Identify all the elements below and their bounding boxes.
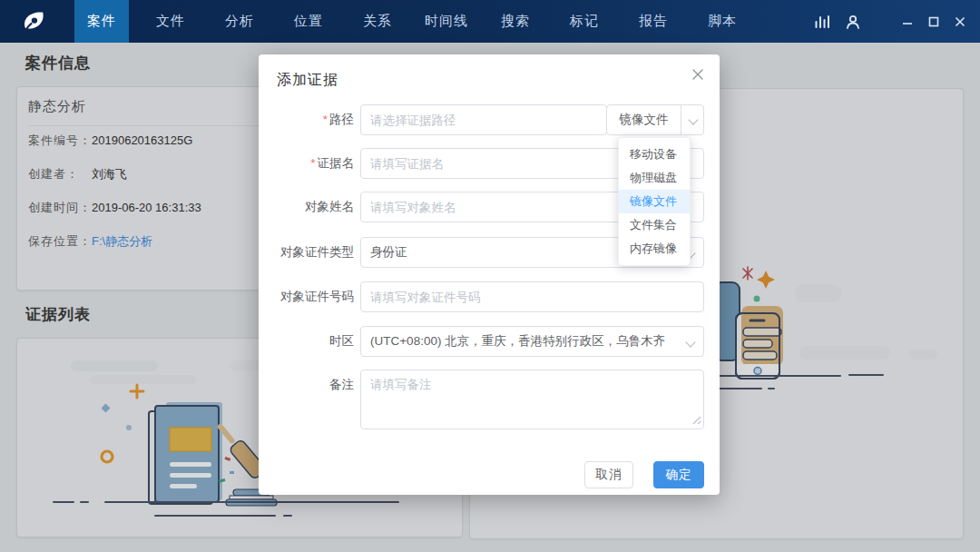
remark-row: 备注 <box>259 370 720 429</box>
dropdown-option-physical-disk[interactable]: 物理磁盘 <box>619 166 690 190</box>
evidence-type-dropdown: 移动设备 物理磁盘 镜像文件 文件集合 内存镜像 <box>618 137 691 266</box>
id-type-label: 对象证件类型 <box>280 245 354 259</box>
nav-tab-search[interactable]: 搜索 <box>488 0 543 43</box>
chevron-down-icon <box>685 337 695 347</box>
id-number-input[interactable] <box>360 281 704 312</box>
evidence-name-label: 证据名 <box>318 156 355 170</box>
id-number-label: 对象证件号码 <box>280 290 354 303</box>
required-asterisk: * <box>310 156 315 170</box>
activity-bars-icon[interactable] <box>807 0 838 43</box>
dropdown-option-mobile-device[interactable]: 移动设备 <box>619 143 690 166</box>
path-label: 路径 <box>329 113 354 126</box>
close-window-button[interactable] <box>946 0 973 43</box>
titlebar: 案件 文件 分析 位置 关系 时间线 搜索 标记 报告 脚本 <box>0 0 980 43</box>
evidence-type-select[interactable]: 镜像文件 <box>606 104 704 135</box>
nav-tab-files[interactable]: 文件 <box>143 0 198 43</box>
app-logo-icon <box>0 0 67 43</box>
id-number-row: 对象证件号码 <box>259 281 720 312</box>
nav-tab-report[interactable]: 报告 <box>626 0 681 43</box>
cancel-button[interactable]: 取消 <box>584 461 633 488</box>
nav-tab-tags[interactable]: 标记 <box>557 0 612 43</box>
confirm-button[interactable]: 确定 <box>653 461 704 488</box>
dropdown-option-image-file[interactable]: 镜像文件 <box>619 190 690 213</box>
remark-label: 备注 <box>329 378 354 391</box>
user-icon[interactable] <box>838 0 868 43</box>
nav-tab-location[interactable]: 位置 <box>281 0 336 43</box>
id-type-value: 身份证 <box>370 245 407 259</box>
remark-textarea[interactable] <box>360 370 704 429</box>
evidence-type-value: 镜像文件 <box>607 105 681 134</box>
main-nav: 案件 文件 分析 位置 关系 时间线 搜索 标记 报告 脚本 <box>67 0 757 43</box>
dropdown-option-memory-image[interactable]: 内存镜像 <box>619 237 690 261</box>
required-asterisk: * <box>323 113 328 126</box>
nav-tab-case[interactable]: 案件 <box>74 0 129 43</box>
subject-name-label: 对象姓名 <box>305 200 354 213</box>
maximize-button[interactable] <box>920 0 946 43</box>
path-row: *路径 镜像文件 <box>259 104 720 135</box>
timezone-label: 时区 <box>329 334 354 348</box>
path-input[interactable] <box>360 104 607 135</box>
nav-tab-script[interactable]: 脚本 <box>695 0 750 43</box>
timezone-value: (UTC+08:00) 北京，重庆，香港特别行政区，乌鲁木齐 <box>370 334 665 348</box>
nav-tab-timeline[interactable]: 时间线 <box>419 0 474 43</box>
nav-tab-relations[interactable]: 关系 <box>350 0 405 43</box>
minimize-button[interactable] <box>894 0 920 43</box>
timezone-row: 时区 (UTC+08:00) 北京，重庆，香港特别行政区，乌鲁木齐 <box>259 326 720 357</box>
close-icon[interactable] <box>689 67 707 85</box>
chevron-down-icon <box>681 105 703 134</box>
dialog-title: 添加证据 <box>277 71 338 90</box>
nav-tab-analysis[interactable]: 分析 <box>212 0 267 43</box>
dropdown-option-file-collection[interactable]: 文件集合 <box>619 213 690 237</box>
resize-handle-icon[interactable] <box>691 415 702 426</box>
timezone-select[interactable]: (UTC+08:00) 北京，重庆，香港特别行政区，乌鲁木齐 <box>360 326 704 357</box>
add-evidence-dialog: 添加证据 *路径 镜像文件 *证据名 对象姓名 对象证件类型 身份证 对象证件号… <box>259 54 720 495</box>
